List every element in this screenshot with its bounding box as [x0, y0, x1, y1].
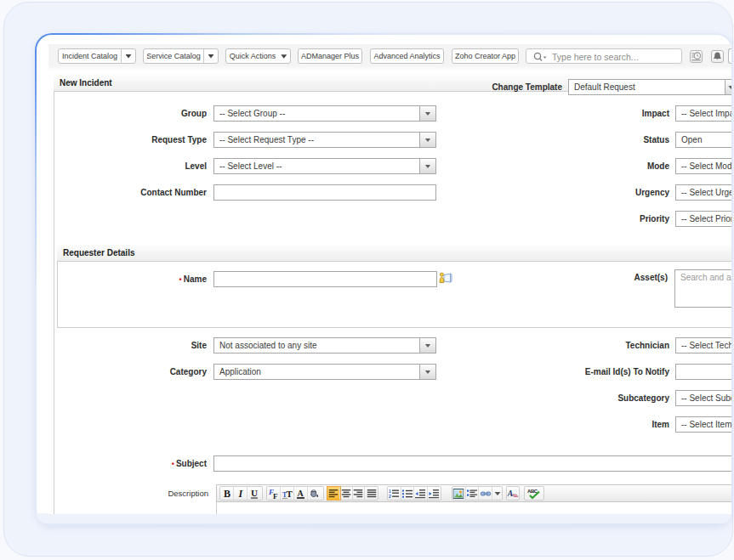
- svg-text:1: 1: [389, 489, 391, 493]
- svg-text:F: F: [273, 491, 278, 499]
- svg-text:2: 2: [389, 494, 391, 498]
- svg-text:I: I: [237, 489, 243, 499]
- svg-text:T: T: [286, 489, 292, 499]
- svg-text:U: U: [251, 488, 258, 498]
- svg-text:A: A: [508, 489, 514, 498]
- svg-text:A: A: [297, 489, 304, 498]
- svg-text:B: B: [224, 489, 230, 499]
